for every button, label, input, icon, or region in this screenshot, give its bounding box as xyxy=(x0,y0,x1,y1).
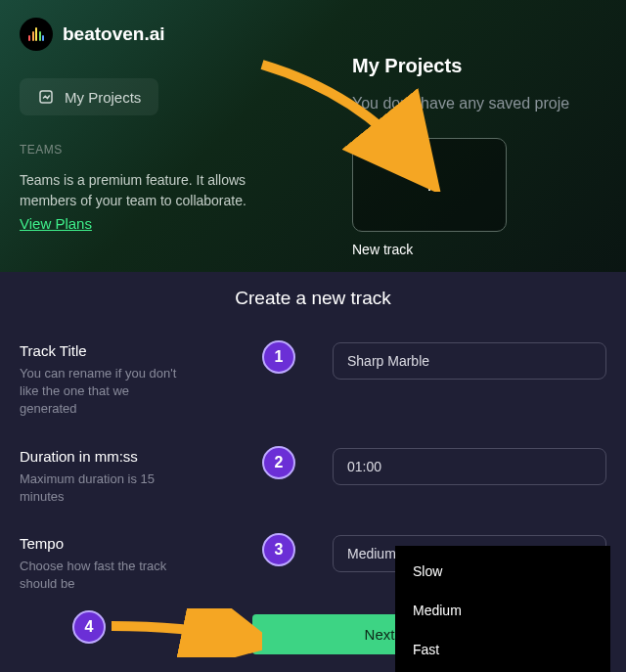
teams-description: Teams is a premium feature. It allows me… xyxy=(20,170,293,211)
plus-icon: + xyxy=(423,171,436,199)
track-title-input[interactable] xyxy=(333,342,606,380)
brand-logo xyxy=(20,18,53,51)
projects-icon xyxy=(37,88,55,106)
step-badge-4: 4 xyxy=(72,610,106,644)
track-title-label: Track Title xyxy=(20,342,245,359)
form-title: Create a new track xyxy=(20,288,606,309)
tempo-option-medium[interactable]: Medium xyxy=(395,591,610,630)
new-track-label: New track xyxy=(352,242,606,257)
brand: beatoven.ai xyxy=(20,18,352,51)
step-badge-3: 3 xyxy=(262,533,295,566)
tempo-dropdown: Slow Medium Fast xyxy=(395,546,610,672)
view-plans-link[interactable]: View Plans xyxy=(20,215,92,232)
track-title-desc: You can rename if you don't like the one… xyxy=(20,365,186,419)
duration-desc: Maximum duration is 15 minutes xyxy=(20,470,186,506)
tempo-value: Medium xyxy=(347,546,396,561)
nav-my-projects[interactable]: My Projects xyxy=(20,78,158,115)
tempo-desc: Choose how fast the track should be xyxy=(20,558,186,593)
empty-state-text: You don't have any saved proje xyxy=(352,95,606,112)
teams-heading: TEAMS xyxy=(20,143,352,157)
tempo-option-slow[interactable]: Slow xyxy=(395,552,610,591)
new-track-card[interactable]: + xyxy=(352,138,507,232)
page-title: My Projects xyxy=(352,55,606,77)
brand-name: beatoven.ai xyxy=(63,23,165,45)
annotation-arrow-2 xyxy=(106,608,262,657)
nav-label: My Projects xyxy=(65,89,141,106)
tempo-option-fast[interactable]: Fast xyxy=(395,630,610,669)
duration-label: Duration in mm:ss xyxy=(20,448,245,465)
step-badge-1: 1 xyxy=(262,340,295,374)
step-badge-2: 2 xyxy=(262,446,295,479)
duration-input[interactable] xyxy=(333,448,606,485)
tempo-label: Tempo xyxy=(20,535,245,552)
